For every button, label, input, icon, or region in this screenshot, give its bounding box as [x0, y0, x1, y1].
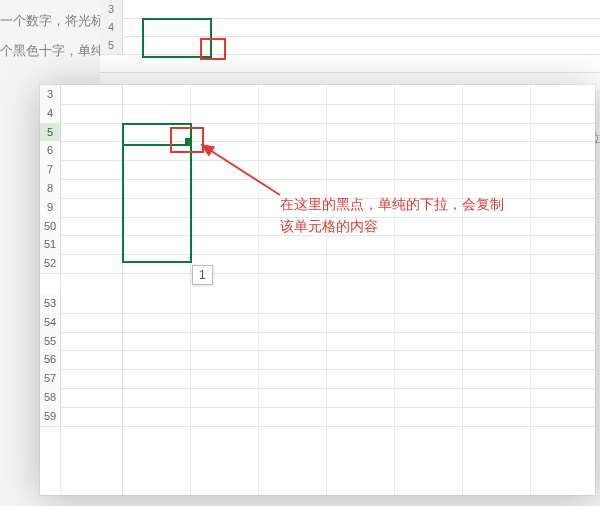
screenshot-card: 3 4 5 6 7 8 9 50 51 52 53 54 55 56 57 58…: [40, 85, 595, 495]
row-header[interactable]: 59: [40, 407, 61, 426]
fill-drag-range: [122, 141, 192, 263]
row-header[interactable]: 58: [40, 388, 61, 407]
row-header[interactable]: 8: [40, 179, 61, 198]
row-header[interactable]: 50: [40, 217, 61, 236]
row-header[interactable]: 9: [40, 198, 61, 217]
fill-tooltip: 1: [192, 265, 213, 285]
row-header[interactable]: 54: [40, 313, 61, 332]
row-header[interactable]: 7: [40, 160, 61, 179]
spreadsheet-grid[interactable]: 3 4 5 6 7 8 9 50 51 52 53 54 55 56 57 58…: [40, 85, 595, 495]
row-header[interactable]: 6: [40, 141, 61, 160]
row-header-active[interactable]: 5: [40, 123, 61, 142]
row-header[interactable]: 52: [40, 254, 61, 273]
bg-callout-box: [200, 38, 226, 60]
row-header[interactable]: 51: [40, 235, 61, 254]
bg-row-header: 5: [100, 36, 123, 54]
annotation-line: 在这里的黑点，单纯的下拉，会复制: [280, 193, 504, 215]
annotation-text: 在这里的黑点，单纯的下拉，会复制 该单元格的内容: [280, 193, 504, 237]
callout-box: [170, 127, 204, 153]
row-header[interactable]: 57: [40, 369, 61, 388]
row-header[interactable]: 3: [40, 85, 61, 104]
annotation-line: 该单元格的内容: [280, 215, 504, 237]
row-header[interactable]: 56: [40, 350, 61, 369]
bg-row-header: 4: [100, 18, 123, 36]
row-header[interactable]: 53: [40, 294, 61, 313]
background-spreadsheet: 3 4 5: [100, 0, 600, 90]
row-header[interactable]: 4: [40, 104, 61, 123]
bg-row-header: 3: [100, 0, 123, 18]
tooltip-text: 1: [199, 268, 206, 282]
row-header[interactable]: 55: [40, 332, 61, 351]
